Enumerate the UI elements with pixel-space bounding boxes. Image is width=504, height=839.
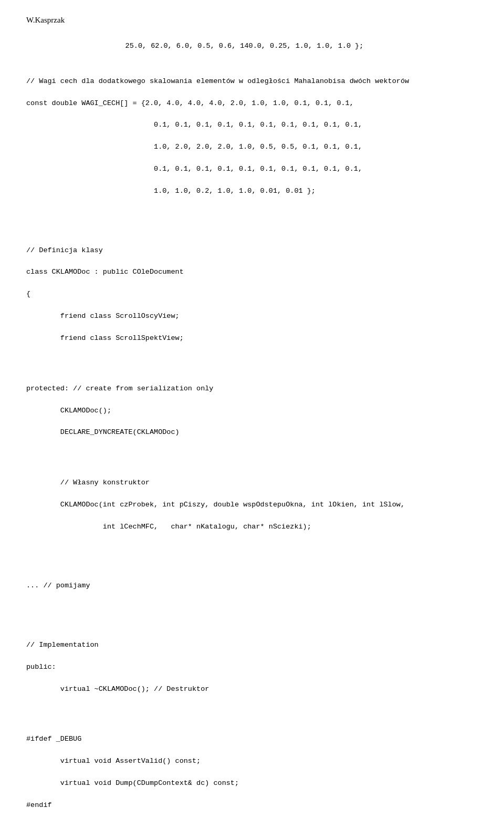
dump-label: virtual void Dump(CDumpContext& dc) cons… (26, 778, 478, 789)
constructor-line1: CKLAMODoc(int czProbek, int pCiszy, doub… (26, 500, 478, 511)
author-label: W.Kasprzak (26, 16, 65, 25)
protected-section: protected: // create from serialization … (26, 372, 478, 460)
wagi4: 0.1, 0.1, 0.1, 0.1, 0.1, 0.1, 0.1, 0.1, … (26, 164, 478, 175)
code-line1: 25.0, 62.0, 6.0, 0.5, 0.6, 140.0, 0.25, … (100, 30, 478, 63)
wagi5: 1.0, 1.0, 0.2, 1.0, 1.0, 0.01, 0.01 }; (26, 186, 478, 197)
public-label: public: (26, 662, 478, 673)
pomijamy-label: ... // pomijamy (26, 581, 478, 592)
main-content: 25.0, 62.0, 6.0, 0.5, 0.6, 140.0, 0.25, … (26, 30, 478, 839)
ifdef-section: #ifdef _DEBUG virtual void AssertValid()… (26, 723, 478, 833)
ifdef-label: #ifdef _DEBUG (26, 734, 478, 745)
wagi-comment: // Wagi cech dla dodatkowego skalowania … (26, 76, 478, 87)
wagi3: 1.0, 2.0, 2.0, 2.0, 1.0, 0.5, 0.5, 0.1, … (26, 142, 478, 153)
pomijamy-section: ... // pomijamy (26, 569, 478, 614)
protected-comment: protected: // create from serialization … (26, 384, 478, 395)
friend1: friend class ScrollOscyView; (26, 311, 478, 322)
virtual-destr: virtual ~CKLAMODoc(); // Destruktor (26, 684, 478, 695)
def-comment: // Definicja klasy (26, 245, 478, 256)
implementation-section: // Implementation public: virtual ~CKLAM… (26, 629, 478, 717)
brace-open: { (26, 289, 478, 300)
endif-label: #endif (26, 800, 478, 811)
own-constructor-comment: // Własny konstruktor (26, 478, 478, 489)
declare-dyn: DECLARE_DYNCREATE(CKLAMODoc) (26, 427, 478, 438)
impl-comment: // Implementation (26, 640, 478, 651)
page-container: W.Kasprzak 25.0, 62.0, 6.0, 0.5, 0.6, 14… (26, 16, 478, 839)
class-decl: class CKLAMODoc : public COleDocument (26, 267, 478, 278)
constructor-section: // Własny konstruktor CKLAMODoc(int czPr… (26, 467, 478, 554)
definicja-klasy-section: // Definicja klasy class CKLAMODoc : pub… (26, 234, 478, 366)
wagi-section: // Wagi cech dla dodatkowego skalowania … (26, 65, 478, 219)
wagi2: 0.1, 0.1, 0.1, 0.1, 0.1, 0.1, 0.1, 0.1, … (26, 120, 478, 131)
constructor-line2: int lCechMFC, char* nKatalogu, char* nSc… (26, 522, 478, 533)
assert-label: virtual void AssertValid() const; (26, 756, 478, 767)
wagi-decl: const double WAGI_CECH[] = {2.0, 4.0, 4.… (26, 98, 478, 109)
friend2: friend class ScrollSpektView; (26, 333, 478, 344)
page-header: W.Kasprzak (26, 16, 478, 25)
cklamodoc-default: CKLAMODoc(); (26, 406, 478, 417)
